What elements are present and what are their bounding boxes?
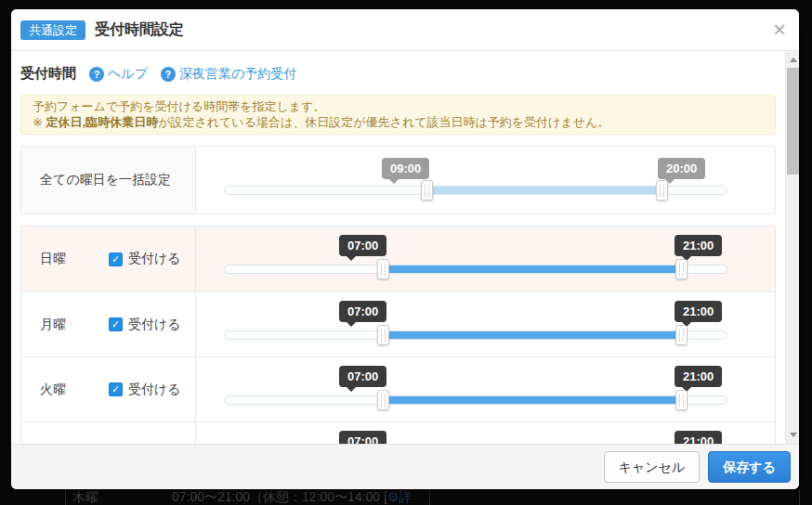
day-row-sunday: 日曜 ✓ 受付ける 07:00 21:00 xyxy=(21,227,775,291)
slider-track[interactable] xyxy=(224,330,727,340)
time-range-slider: 07:00 21:00 xyxy=(224,292,727,356)
midnight-business-link[interactable]: ? 深夜営業の予約受付 xyxy=(161,66,296,83)
slider-track[interactable] xyxy=(224,186,727,195)
batch-row-label: 全ての曜日を一括設定 xyxy=(40,172,171,188)
accept-checkbox-wrap[interactable]: ✓ 受付ける xyxy=(109,251,181,267)
weekday-settings-box: 日曜 ✓ 受付ける 07:00 21:00 xyxy=(20,226,776,444)
start-time-tooltip: 07:00 xyxy=(339,431,386,444)
background-table-border xyxy=(429,489,430,505)
slider-track[interactable] xyxy=(224,395,727,405)
background-table-border xyxy=(65,489,66,505)
grip-icon xyxy=(381,264,386,276)
notice-box: 予約フォームで予約を受付ける時間帯を指定します。 ※ 定休日,臨時休業日時が設定… xyxy=(20,95,776,135)
notice-line-2: ※ 定休日,臨時休業日時が設定されている場合は、休日設定が優先されて該当日時は予… xyxy=(33,115,764,131)
batch-row: 全ての曜日を一括設定 09:00 20:00 xyxy=(21,147,775,214)
batch-slider-cell: 09:00 20:00 xyxy=(196,147,775,214)
grip-icon xyxy=(679,264,684,276)
common-settings-badge: 共通設定 xyxy=(20,20,85,40)
accept-label: 受付ける xyxy=(128,251,181,267)
time-range-slider: 07:00 21:00 xyxy=(224,227,727,291)
slider-range-fill xyxy=(383,331,681,339)
scroll-up-icon[interactable] xyxy=(786,53,799,67)
notice-line-1: 予約フォームで予約を受付ける時間帯を指定します。 xyxy=(33,99,764,115)
dialog-footer: キャンセル 保存する xyxy=(11,444,799,489)
dialog-body: 受付時間 ? ヘルプ ? 深夜営業の予約受付 予約フォームで予約を受付ける時間帯… xyxy=(11,51,799,444)
day-slider-cell: 07:00 21:00 xyxy=(196,422,775,444)
accept-label: 受付ける xyxy=(128,317,181,333)
grip-icon xyxy=(679,330,684,342)
grip-icon xyxy=(660,185,664,197)
day-name: 月曜 xyxy=(40,317,109,333)
help-link-label: ヘルプ xyxy=(108,66,148,83)
scrollbar-thumb[interactable] xyxy=(787,68,799,175)
checkbox-checked-icon[interactable]: ✓ xyxy=(109,317,123,331)
day-row-tuesday: 火曜 ✓ 受付ける 07:00 21:00 xyxy=(21,356,775,421)
end-time-tooltip: 20:00 xyxy=(658,158,705,179)
checkbox-checked-icon[interactable]: ✓ xyxy=(109,252,123,266)
end-handle[interactable] xyxy=(675,390,688,410)
help-link[interactable]: ? ヘルプ xyxy=(89,66,148,83)
dialog-header: 共通設定 受付時間設定 × xyxy=(11,9,799,51)
batch-time-range-slider: 09:00 20:00 xyxy=(224,147,727,214)
end-handle[interactable] xyxy=(675,259,688,279)
gear-icon: ⚙ xyxy=(387,489,399,504)
end-time-tooltip: 21:00 xyxy=(674,235,722,256)
cancel-button[interactable]: キャンセル xyxy=(604,451,701,484)
time-range-slider: 07:00 21:00 xyxy=(224,422,727,444)
time-range-slider: 07:00 21:00 xyxy=(224,357,727,421)
start-handle[interactable] xyxy=(421,180,433,201)
start-time-tooltip: 07:00 xyxy=(339,301,386,322)
checkbox-checked-icon[interactable]: ✓ xyxy=(109,382,123,396)
day-slider-cell: 07:00 21:00 xyxy=(196,227,775,291)
scroll-down-icon[interactable] xyxy=(786,428,799,442)
background-table-border xyxy=(799,489,800,505)
day-label-cell: 水曜 ✓ 受付ける xyxy=(21,422,196,444)
end-time-tooltip: 21:00 xyxy=(674,301,722,322)
slider-range-fill xyxy=(383,396,681,404)
day-slider-cell: 07:00 21:00 xyxy=(196,357,775,421)
start-handle[interactable] xyxy=(377,390,389,410)
day-label-cell: 日曜 ✓ 受付ける xyxy=(21,227,196,291)
section-header: 受付時間 ? ヘルプ ? 深夜営業の予約受付 xyxy=(20,64,776,84)
midnight-link-label: 深夜営業の予約受付 xyxy=(179,66,296,83)
day-label-cell: 月曜 ✓ 受付ける xyxy=(21,292,196,356)
reception-time-settings-dialog: 共通設定 受付時間設定 × 受付時間 ? ヘルプ ? 深夜営業の予約受付 予約フ… xyxy=(11,9,799,489)
start-time-tooltip: 09:00 xyxy=(382,158,429,179)
end-time-tooltip: 21:00 xyxy=(674,366,722,387)
vertical-scrollbar[interactable] xyxy=(785,51,799,444)
day-name: 火曜 xyxy=(40,382,109,398)
accept-checkbox-wrap[interactable]: ✓ 受付ける xyxy=(109,382,181,398)
dialog-title: 受付時間設定 xyxy=(95,20,773,40)
slider-track[interactable] xyxy=(224,265,727,274)
close-icon[interactable]: × xyxy=(773,19,786,41)
slider-range-fill xyxy=(426,187,661,194)
day-name: 日曜 xyxy=(40,251,109,267)
background-detail-link: 詳 xyxy=(399,489,412,504)
day-row-monday: 月曜 ✓ 受付ける 07:00 21:00 xyxy=(21,291,775,356)
question-circle-icon: ? xyxy=(89,67,104,82)
section-title: 受付時間 xyxy=(20,65,76,83)
background-day-label: 木曜 xyxy=(72,489,98,505)
accept-checkbox-wrap[interactable]: ✓ 受付ける xyxy=(109,317,181,333)
start-handle[interactable] xyxy=(377,259,389,279)
background-table-row: 木曜 07:00〜21:00（休憩：12:00〜14:00 [⚙詳 xyxy=(0,489,812,505)
background-hours-text: 07:00〜21:00（休憩：12:00〜14:00 [⚙詳 xyxy=(172,489,412,505)
end-handle[interactable] xyxy=(656,180,668,201)
start-time-tooltip: 07:00 xyxy=(339,366,386,387)
grip-icon xyxy=(679,395,684,407)
grip-icon xyxy=(381,395,386,407)
day-row-wednesday: 水曜 ✓ 受付ける 07:00 21:00 xyxy=(21,421,775,444)
end-time-tooltip: 21:00 xyxy=(674,431,722,444)
start-handle[interactable] xyxy=(377,325,389,345)
end-handle[interactable] xyxy=(675,325,688,345)
save-button[interactable]: 保存する xyxy=(708,451,791,484)
grip-icon xyxy=(425,185,429,197)
batch-row-label-cell: 全ての曜日を一括設定 xyxy=(21,147,196,214)
slider-range-fill xyxy=(383,265,681,273)
day-label-cell: 火曜 ✓ 受付ける xyxy=(21,357,196,421)
batch-setting-box: 全ての曜日を一括設定 09:00 20:00 xyxy=(20,146,776,214)
day-slider-cell: 07:00 21:00 xyxy=(196,292,775,356)
accept-label: 受付ける xyxy=(128,382,181,398)
question-circle-icon: ? xyxy=(161,67,176,82)
grip-icon xyxy=(381,330,386,342)
